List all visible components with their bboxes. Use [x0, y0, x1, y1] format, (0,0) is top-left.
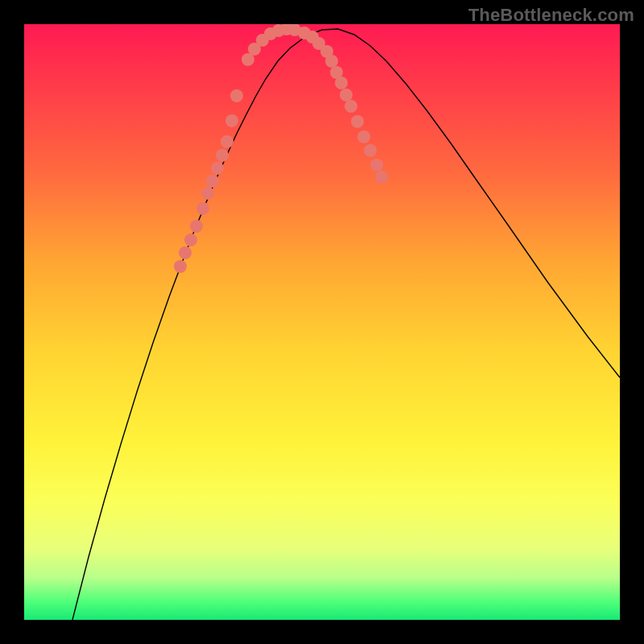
scatter-dot: [196, 202, 209, 215]
scatter-points: [174, 24, 388, 273]
scatter-dot: [230, 89, 243, 102]
scatter-dot: [174, 260, 187, 273]
watermark-text: TheBottleneck.com: [469, 5, 634, 26]
scatter-dot: [351, 115, 364, 128]
scatter-dot: [201, 187, 214, 200]
scatter-dot: [184, 233, 197, 246]
scatter-dot: [221, 135, 233, 148]
scatter-dot: [364, 144, 377, 157]
scatter-dot: [335, 76, 348, 89]
bottleneck-curve: [72, 29, 620, 620]
scatter-dot: [325, 55, 338, 68]
scatter-dot: [340, 89, 353, 101]
scatter-dot: [370, 159, 383, 171]
scatter-dot: [206, 175, 219, 188]
chart-area: [24, 24, 620, 620]
scatter-dot: [225, 114, 238, 127]
scatter-dot: [357, 130, 370, 143]
plot-svg: [24, 24, 620, 620]
scatter-dot: [211, 162, 224, 175]
scatter-dot: [375, 171, 388, 184]
scatter-dot: [190, 220, 203, 233]
scatter-dot: [179, 246, 192, 259]
scatter-dot: [345, 100, 357, 113]
scatter-dot: [216, 149, 229, 162]
